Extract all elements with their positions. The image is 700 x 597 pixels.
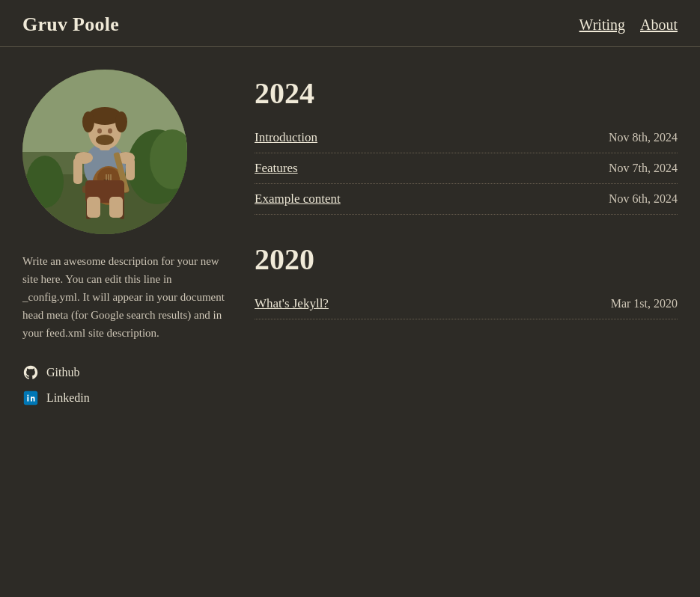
linkedin-link[interactable]: Linkedin [22,390,225,406]
year-2020-heading: 2020 [255,242,678,277]
post-title-whats-jekyll[interactable]: What's Jekyll? [255,296,329,311]
svg-rect-32 [126,158,135,180]
svg-point-5 [26,156,64,208]
post-date-features: Nov 7th, 2024 [609,162,678,175]
post-item: Features Nov 7th, 2024 [255,153,678,184]
svg-rect-35 [109,197,123,218]
sidebar: Write an awesome description for your ne… [22,70,225,406]
svg-point-17 [97,129,102,134]
linkedin-icon [22,390,39,406]
avatar-image [22,70,187,234]
post-title-example-content[interactable]: Example content [255,192,341,206]
svg-rect-34 [87,197,100,218]
about-link[interactable]: About [640,16,678,34]
github-label: Github [46,366,79,379]
svg-rect-31 [73,158,82,184]
site-title: Gruv Poole [22,13,119,36]
svg-point-15 [82,111,94,132]
github-link[interactable]: Github [22,364,225,381]
social-links: Github Linkedin [22,364,225,406]
post-title-introduction[interactable]: Introduction [255,130,317,145]
post-title-features[interactable]: Features [255,161,298,176]
writing-link[interactable]: Writing [579,16,625,34]
linkedin-label: Linkedin [46,391,90,405]
site-header: Gruv Poole Writing About [0,0,700,47]
post-date-introduction: Nov 8th, 2024 [609,131,678,144]
post-item: Introduction Nov 8th, 2024 [255,123,678,153]
post-list-2020: What's Jekyll? Mar 1st, 2020 [255,289,678,319]
year-2024-heading: 2024 [255,76,678,111]
post-item: Example content Nov 6th, 2024 [255,184,678,215]
site-description: Write an awesome description for your ne… [22,252,225,342]
main-content: Write an awesome description for your ne… [0,47,700,429]
post-date-example-content: Nov 6th, 2024 [609,192,678,206]
svg-point-16 [115,111,127,132]
post-date-whats-jekyll: Mar 1st, 2020 [611,297,678,310]
svg-point-18 [108,129,112,134]
github-icon [22,364,39,381]
posts-section: 2024 Introduction Nov 8th, 2024 Features… [255,70,678,406]
post-list-2024: Introduction Nov 8th, 2024 Features Nov … [255,123,678,215]
post-item: What's Jekyll? Mar 1st, 2020 [255,289,678,319]
main-nav: Writing About [579,16,678,34]
svg-point-19 [96,135,114,145]
avatar [22,70,187,234]
